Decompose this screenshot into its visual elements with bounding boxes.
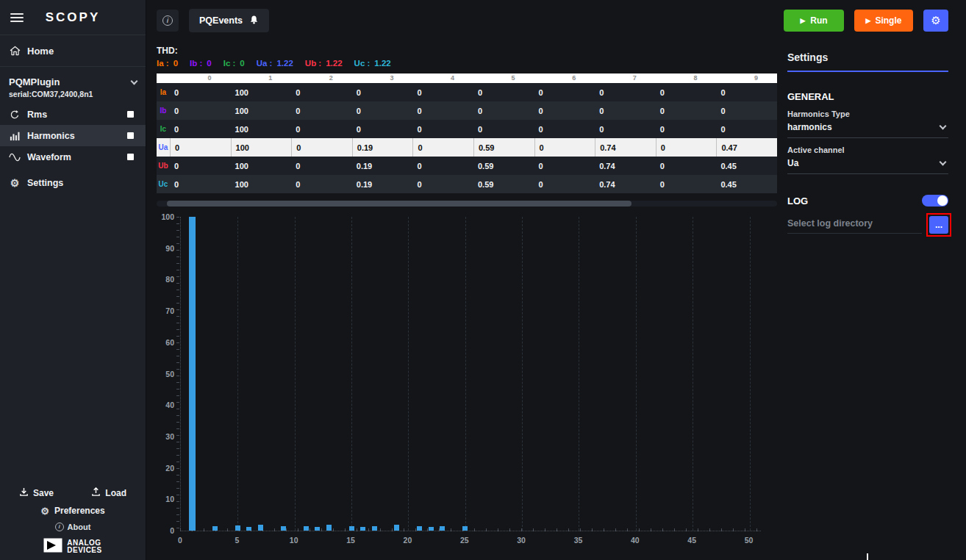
sidebar-item-settings[interactable]: ⚙ Settings <box>0 172 146 193</box>
pqevents-label: PQEvents <box>199 15 243 26</box>
thd-channel-readout: Ub :1.22 <box>305 59 343 68</box>
table-cell: 0 <box>656 175 717 193</box>
table-cell: 0.74 <box>595 175 656 193</box>
chart-bar-h22 <box>429 527 434 531</box>
load-label: Load <box>105 488 126 498</box>
chart-bar-h17 <box>372 526 377 531</box>
table-cell: 0.47 <box>716 138 777 157</box>
y-axis-label: 80 <box>157 275 174 284</box>
chart-bar-h1 <box>189 217 196 531</box>
active-channel-value: Ua <box>787 158 798 168</box>
home-icon <box>9 46 21 56</box>
about-button[interactable]: i About <box>0 523 146 531</box>
active-channel-dropdown[interactable]: Ua <box>787 154 948 174</box>
log-toggle[interactable] <box>922 195 948 207</box>
table-cell: 0 <box>170 138 231 157</box>
table-header-cell: 5 <box>473 73 534 83</box>
main-area: i PQEvents ▶ Run ▶ Single ⚙ <box>146 0 966 560</box>
table-row-label: Uc <box>157 175 170 193</box>
sidebar-plugin-header[interactable]: PQMPlugin serial:COM37,2400,8n1 <box>0 70 146 104</box>
table-cell: 0 <box>412 175 473 193</box>
sidebar-item-label: Home <box>27 46 54 57</box>
gear-icon: ⚙ <box>9 178 21 188</box>
table-horizontal-scrollbar[interactable] <box>157 201 777 207</box>
load-button[interactable]: Load <box>91 487 126 499</box>
y-axis-label: 40 <box>157 401 174 409</box>
thd-channel-readout: Ic :0 <box>223 59 245 68</box>
browse-directory-button[interactable]: ... <box>929 216 948 234</box>
save-button[interactable]: Save <box>19 487 54 499</box>
table-header-cell: 9 <box>716 73 777 83</box>
preferences-button[interactable]: ⚙ Preferences <box>0 506 146 516</box>
gear-icon: ⚙ <box>40 506 49 516</box>
y-axis-label: 10 <box>157 495 174 503</box>
pqevents-button[interactable]: PQEvents <box>189 9 269 32</box>
thd-channel-readout: Ib :0 <box>190 59 212 68</box>
chart-bar-h23 <box>440 526 445 531</box>
harmonics-type-dropdown[interactable]: harmonics <box>787 118 948 138</box>
table-header-cell: 3 <box>352 73 413 83</box>
sidebar-item-home[interactable]: Home <box>0 38 146 63</box>
chart-gridline <box>522 217 523 531</box>
table-row-Ib[interactable]: Ib010000000000 <box>157 101 777 120</box>
table-cell: 0 <box>412 120 473 138</box>
x-axis-label: 25 <box>460 536 469 545</box>
thd-values: Ia :0Ib :0Ic :0Ua :1.22Ub :1.22Uc :1.22 <box>157 59 777 68</box>
table-cell: 0 <box>716 120 777 138</box>
table-row-Ub[interactable]: Ub010000.1900.5900.7400.45 <box>157 157 777 175</box>
table-row-Uc[interactable]: Uc010000.1900.5900.7400.45 <box>157 175 777 193</box>
rms-icon <box>9 110 21 120</box>
sidebar-item-rms[interactable]: Rms <box>0 104 146 125</box>
bell-icon <box>249 15 259 27</box>
analog-devices-logo: ANALOG DEVICES <box>0 538 146 556</box>
table-cell: 0.74 <box>595 157 656 175</box>
menu-toggle-icon[interactable] <box>10 11 24 24</box>
table-cell: 0 <box>473 120 534 138</box>
toggle-knob <box>937 195 948 206</box>
log-section-header: LOG <box>787 195 948 207</box>
table-cell: 0 <box>291 83 352 101</box>
instrument-settings-gear-button[interactable]: ⚙ <box>923 10 948 32</box>
x-axis-label: 15 <box>346 536 355 545</box>
chart-bar-h15 <box>349 526 354 531</box>
thd-channel-readout: Ua :1.22 <box>257 59 293 68</box>
table-cell: 0 <box>534 138 595 157</box>
chart-gridline <box>579 217 579 531</box>
single-button[interactable]: ▶ Single <box>854 10 913 32</box>
sidebar-item-harmonics[interactable]: Harmonics <box>0 125 146 146</box>
scrollbar-thumb[interactable] <box>167 201 632 207</box>
run-button[interactable]: ▶ Run <box>784 10 844 32</box>
table-row-Ic[interactable]: Ic010000000000 <box>157 120 777 138</box>
table-cell: 0.19 <box>352 175 413 193</box>
chart-bar-h19 <box>394 525 399 531</box>
x-axis-label: 0 <box>178 536 182 545</box>
harmonics-run-indicator[interactable] <box>127 132 134 139</box>
instrument-info-button[interactable]: i <box>157 10 179 32</box>
table-row-label: Ic <box>157 120 170 138</box>
table-cell: 0 <box>170 101 231 120</box>
top-toolbar: i PQEvents ▶ Run ▶ Single ⚙ <box>146 0 966 41</box>
y-axis-label: 20 <box>157 464 174 473</box>
table-row-Ia[interactable]: Ia010000000000 <box>157 83 777 101</box>
rms-run-indicator[interactable] <box>127 111 134 118</box>
chart-gridline <box>351 217 352 531</box>
table-row-Ua[interactable]: Ua010000.1900.5900.7400.47 <box>157 138 777 157</box>
harmonics-chart: 0510152025303540455001020304050607080901… <box>157 209 777 549</box>
chart-gridline <box>465 217 466 531</box>
adi-triangle-icon <box>43 538 62 556</box>
y-axis-label: 100 <box>157 212 174 221</box>
waveform-run-indicator[interactable] <box>127 154 134 160</box>
table-cell: 0 <box>716 83 777 101</box>
sidebar-item-waveform[interactable]: Waveform <box>0 146 146 168</box>
thd-channel-readout: Ia :0 <box>157 59 178 68</box>
single-label: Single <box>875 15 901 26</box>
table-cell: 0 <box>656 83 717 101</box>
plot-area[interactable] <box>180 217 761 531</box>
chevron-down-icon <box>131 77 138 85</box>
y-axis-ticks <box>176 217 179 531</box>
log-directory-input[interactable] <box>787 215 922 234</box>
active-channel-field: Active channel Ua <box>787 146 948 174</box>
harmonics-table: 0123456789 Ia010000000000Ib010000000000I… <box>157 73 777 193</box>
table-header-cell: 4 <box>412 73 473 83</box>
info-icon: i <box>162 15 173 26</box>
